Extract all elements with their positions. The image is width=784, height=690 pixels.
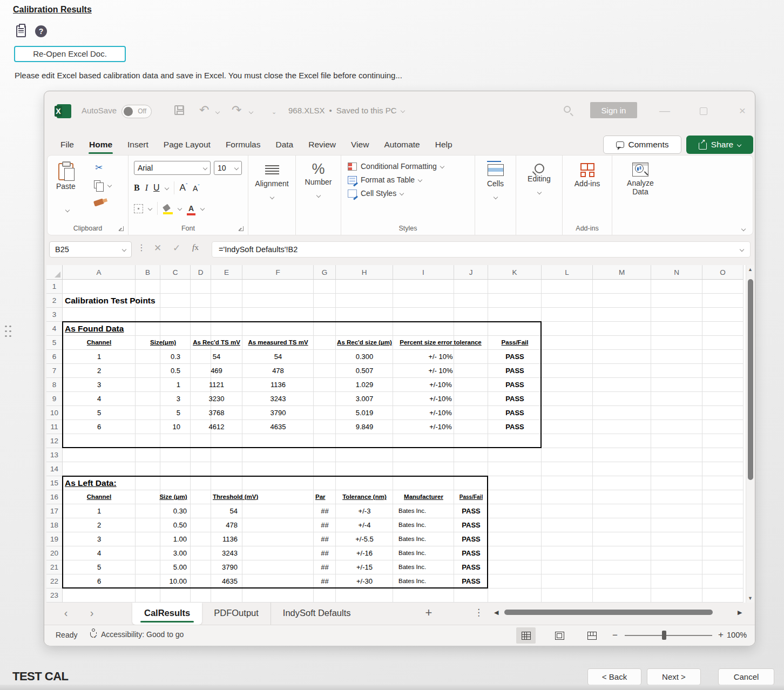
analyze-data-group[interactable]: Analyze Data xyxy=(612,155,668,235)
undo-dropdown-icon[interactable] xyxy=(215,110,220,114)
formula-input[interactable]: ='IndySoft Defaults'!B2 xyxy=(212,241,751,258)
column-header-K[interactable]: K xyxy=(488,265,542,280)
cell-D9[interactable]: 3230 xyxy=(191,392,242,406)
row-header-8[interactable]: 8 xyxy=(46,378,63,392)
cell-F10[interactable]: 3790 xyxy=(242,406,314,420)
ribbon-tab-data[interactable]: Data xyxy=(269,137,300,153)
cell-E19[interactable]: 1136 xyxy=(211,532,242,546)
cell-E18[interactable]: 478 xyxy=(211,518,242,532)
cell-I11[interactable]: +/-10% xyxy=(393,420,488,434)
cell-I19[interactable]: Bates Inc. xyxy=(393,532,454,546)
copy-dropdown-icon[interactable] xyxy=(107,183,112,187)
cell-I18[interactable]: Bates Inc. xyxy=(393,518,454,532)
cell-B11[interactable]: 10 xyxy=(136,420,191,434)
column-header-M[interactable]: M xyxy=(593,265,651,280)
scroll-up-icon[interactable]: ▲ xyxy=(747,267,753,272)
cell-B21[interactable]: 5.00 xyxy=(136,560,191,574)
cell-F9[interactable]: 3243 xyxy=(242,392,314,406)
cell-D11[interactable]: 4612 xyxy=(191,420,242,434)
zoom-level[interactable]: 100% xyxy=(727,631,747,639)
cell-B19[interactable]: 1.00 xyxy=(136,532,191,546)
vertical-scrollbar[interactable]: ▲ ▼ xyxy=(746,265,754,603)
horizontal-scroll-thumb[interactable] xyxy=(504,610,713,615)
insert-function-icon[interactable]: fx xyxy=(192,242,199,252)
cell-J17[interactable]: PASS xyxy=(454,504,488,518)
cell-E16[interactable]: Threshold (mV) xyxy=(211,490,314,504)
cell-G21[interactable]: ## xyxy=(314,560,336,574)
cell-styles-button[interactable]: Cell Styles xyxy=(348,189,475,198)
row-header-16[interactable]: 16 xyxy=(46,490,63,504)
cell-K11[interactable]: PASS xyxy=(488,420,542,434)
format-as-table-button[interactable]: Format as Table xyxy=(348,175,475,184)
cell-A17[interactable]: 1 xyxy=(63,504,136,518)
cell-I5[interactable]: Percent size error tolerance xyxy=(393,336,488,350)
column-header-D[interactable]: D xyxy=(191,265,211,280)
cell-H21[interactable]: +/-15 xyxy=(336,560,393,574)
cell-G18[interactable]: ## xyxy=(314,518,336,532)
cell-D7[interactable]: 469 xyxy=(191,364,242,378)
cell-A20[interactable]: 4 xyxy=(63,546,136,560)
cell-A18[interactable]: 2 xyxy=(63,518,136,532)
cell-J21[interactable]: PASS xyxy=(454,560,488,574)
cell-J16[interactable]: Pass/Fail xyxy=(454,490,488,504)
ribbon-tab-insert[interactable]: Insert xyxy=(121,137,155,153)
maximize-icon[interactable] xyxy=(695,103,712,119)
cell-A15[interactable]: As Left Data: xyxy=(63,476,191,490)
hscroll-left-icon[interactable]: ◀ xyxy=(494,609,498,616)
paste-button[interactable]: Paste xyxy=(56,163,76,191)
row-header-23[interactable]: 23 xyxy=(46,588,63,603)
cell-A4[interactable]: As Found Data xyxy=(63,322,191,336)
cell-F8[interactable]: 1136 xyxy=(242,378,314,392)
column-header-B[interactable]: B xyxy=(136,265,160,280)
zoom-out-icon[interactable]: − xyxy=(612,630,618,641)
font-color-icon[interactable]: A xyxy=(187,204,195,213)
column-header-H[interactable]: H xyxy=(336,265,393,280)
cell-I9[interactable]: +/-10% xyxy=(393,392,488,406)
row-header-15[interactable]: 15 xyxy=(46,476,63,490)
row-header-1[interactable]: 1 xyxy=(46,280,63,294)
cell-E17[interactable]: 54 xyxy=(211,504,242,518)
column-header-L[interactable]: L xyxy=(542,265,593,280)
cells-dropdown-icon[interactable] xyxy=(493,195,497,199)
cell-K5[interactable]: Pass/Fail xyxy=(488,336,542,350)
alignment-dropdown-icon[interactable] xyxy=(269,195,274,199)
name-box[interactable]: B25 xyxy=(49,241,132,258)
comments-button[interactable]: Comments xyxy=(603,136,681,154)
cell-K7[interactable]: PASS xyxy=(488,364,542,378)
cell-I7[interactable]: +/- 10% xyxy=(393,364,488,378)
cell-G17[interactable]: ## xyxy=(314,504,336,518)
cell-B18[interactable]: 0.50 xyxy=(136,518,191,532)
column-header-C[interactable]: C xyxy=(160,265,191,280)
cells-group[interactable]: Cells xyxy=(475,155,516,235)
cell-A19[interactable]: 3 xyxy=(63,532,136,546)
collapse-ribbon-icon[interactable] xyxy=(741,227,746,231)
column-header-O[interactable]: O xyxy=(702,265,744,280)
row-header-9[interactable]: 9 xyxy=(46,392,63,406)
cell-F11[interactable]: 4635 xyxy=(242,420,314,434)
column-header-I[interactable]: I xyxy=(393,265,454,280)
cell-H17[interactable]: +/-3 xyxy=(336,504,393,518)
bold-button[interactable]: B xyxy=(134,183,140,193)
ribbon-tab-file[interactable]: File xyxy=(54,137,80,153)
cell-K9[interactable]: PASS xyxy=(488,392,542,406)
cell-B8[interactable]: 1 xyxy=(136,378,191,392)
ribbon-tab-help[interactable]: Help xyxy=(429,137,459,153)
cell-G19[interactable]: ## xyxy=(314,532,336,546)
cell-I17[interactable]: Bates Inc. xyxy=(393,504,454,518)
ribbon-tab-view[interactable]: View xyxy=(344,137,375,153)
cell-A6[interactable]: 1 xyxy=(63,350,136,364)
cell-B20[interactable]: 3.00 xyxy=(136,546,191,560)
alignment-group[interactable]: Alignment xyxy=(248,155,296,235)
new-sheet-icon[interactable]: + xyxy=(422,606,435,620)
copy-icon[interactable] xyxy=(94,180,100,188)
cell-H7[interactable]: 0.507 xyxy=(336,364,393,378)
zoom-slider-track[interactable] xyxy=(625,635,712,636)
cell-B10[interactable]: 5 xyxy=(136,406,191,420)
clipboard-icon[interactable] xyxy=(16,25,26,37)
cell-E22[interactable]: 4635 xyxy=(211,574,242,588)
cut-icon[interactable]: ✂ xyxy=(95,162,103,173)
hscroll-right-icon[interactable]: ▶ xyxy=(738,609,742,616)
page-break-view-button[interactable] xyxy=(582,627,601,644)
column-header-E[interactable]: E xyxy=(211,265,242,280)
row-header-13[interactable]: 13 xyxy=(46,448,63,462)
